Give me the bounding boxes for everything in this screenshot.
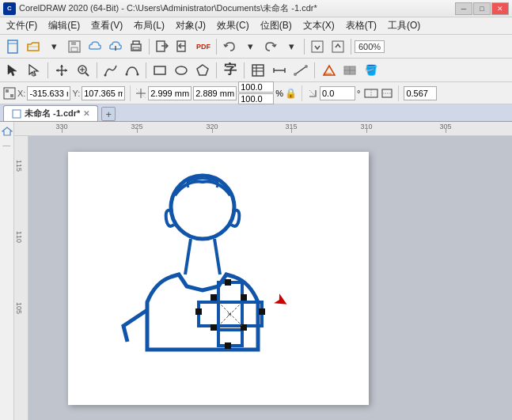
tab-bar: 未命名 -1.cdr* ✕ +: [0, 104, 512, 122]
top-ruler: 330 325 320 315 310 305: [14, 122, 512, 136]
svg-marker-30: [197, 65, 208, 75]
main-area: │ 330 325 320 315 310 305 115 110 105: [0, 122, 512, 420]
dropper-tool[interactable]: [340, 61, 359, 80]
app-icon: C: [3, 2, 16, 15]
svg-line-22: [85, 73, 89, 76]
menu-object[interactable]: 对象(J): [171, 17, 210, 34]
menu-bitmap[interactable]: 位图(B): [256, 17, 297, 34]
person-illustration: ×: [100, 160, 305, 365]
pdf-button[interactable]: PDF: [194, 37, 213, 56]
prop-sep2: [302, 85, 302, 101]
rect-tool[interactable]: [150, 61, 169, 80]
side-ruler: 115 110 105: [14, 136, 28, 420]
title-text: CorelDRAW 2020 (64-Bit) - C:\Users\Admin…: [19, 2, 455, 14]
polygon-tool[interactable]: [193, 61, 212, 80]
y-input[interactable]: [82, 86, 125, 100]
svg-point-40: [305, 65, 308, 68]
svg-rect-7: [133, 47, 139, 50]
color-bucket[interactable]: 🪣: [362, 61, 381, 80]
open-button[interactable]: [24, 37, 43, 56]
new-button[interactable]: [3, 37, 22, 56]
menu-layout[interactable]: 布局(L): [129, 17, 169, 34]
separator: [149, 39, 150, 55]
freehand-tool[interactable]: [101, 61, 120, 80]
maximize-button[interactable]: □: [473, 2, 491, 15]
pct-symbol: %: [275, 89, 283, 98]
document-tab[interactable]: 未命名 -1.cdr* ✕: [3, 105, 98, 121]
pct2-input[interactable]: [238, 93, 274, 104]
side-ruler-105: 105: [15, 302, 23, 314]
svg-rect-4: [71, 47, 78, 51]
select-tool[interactable]: [3, 61, 22, 80]
bezier-tool[interactable]: [123, 61, 142, 80]
extra-input[interactable]: [404, 86, 437, 100]
svg-rect-64: [210, 324, 217, 331]
close-button[interactable]: ✕: [491, 2, 509, 15]
connector-tool[interactable]: [291, 61, 310, 80]
menu-file[interactable]: 文件(F): [2, 17, 42, 34]
svg-rect-10: [312, 41, 323, 52]
separator3: [304, 39, 305, 55]
ruler-label: │: [3, 144, 10, 148]
lock-icon[interactable]: 🔒: [285, 88, 297, 99]
move-tool[interactable]: [52, 61, 71, 80]
svg-rect-62: [210, 294, 217, 301]
svg-marker-18: [60, 74, 63, 76]
svg-point-27: [137, 73, 139, 75]
import-button[interactable]: [153, 37, 172, 56]
menu-text[interactable]: 文本(X): [298, 17, 339, 34]
menu-view[interactable]: 查看(V): [86, 17, 127, 34]
fill-tool[interactable]: [319, 61, 338, 80]
y-field: Y:: [72, 86, 125, 100]
separator2: [216, 39, 217, 55]
dropdown-open[interactable]: ▾: [44, 37, 63, 56]
table-tool[interactable]: [248, 61, 267, 80]
svg-rect-0: [8, 40, 17, 53]
x-input[interactable]: [27, 86, 70, 100]
ellipse-tool[interactable]: [172, 61, 191, 80]
redo-button[interactable]: [261, 37, 280, 56]
svg-rect-66: [195, 308, 202, 315]
export-button[interactable]: [173, 37, 192, 56]
home-button[interactable]: [1, 125, 13, 138]
svg-rect-63: [241, 294, 247, 301]
dropdown-redo[interactable]: ▾: [282, 37, 301, 56]
undo-button[interactable]: [220, 37, 239, 56]
cloud-upload-button[interactable]: [106, 37, 125, 56]
tab-label: 未命名 -1.cdr*: [25, 108, 80, 119]
w-input[interactable]: [148, 86, 192, 100]
menu-tools[interactable]: 工具(O): [383, 17, 425, 34]
pct1-input[interactable]: [238, 81, 274, 93]
t-sep3: [146, 62, 146, 78]
nav-down-button[interactable]: [308, 37, 327, 56]
svg-rect-3: [71, 41, 76, 45]
svg-rect-46: [6, 89, 9, 93]
measure-tool[interactable]: [270, 61, 289, 80]
canvas-area[interactable]: × ➤: [28, 136, 512, 420]
h-input[interactable]: [193, 86, 237, 100]
t-sep2: [97, 62, 97, 78]
menu-effects[interactable]: 效果(C): [212, 17, 254, 34]
save-button[interactable]: [65, 37, 84, 56]
t-sep1: [47, 62, 48, 78]
cloud-save-button[interactable]: [85, 37, 104, 56]
svg-rect-67: [259, 308, 265, 315]
print-button[interactable]: [127, 37, 146, 56]
side-ruler-115: 115: [15, 160, 23, 172]
w-field: [148, 86, 192, 100]
zoom-tool[interactable]: [74, 61, 93, 80]
angle-input[interactable]: [320, 86, 355, 100]
degree-symbol: °: [357, 89, 360, 98]
dropdown-undo[interactable]: ▾: [241, 37, 260, 56]
new-tab-button[interactable]: +: [101, 107, 116, 121]
tab-close-icon[interactable]: ✕: [83, 109, 89, 118]
menu-edit[interactable]: 编辑(E): [44, 17, 85, 34]
svg-line-58: [185, 239, 191, 274]
menu-table[interactable]: 表格(T): [341, 17, 381, 34]
text-tool[interactable]: 字: [221, 61, 240, 80]
minimize-button[interactable]: ─: [455, 2, 472, 15]
node-tool[interactable]: [25, 61, 44, 80]
tools-toolbar: 字 🪣: [0, 59, 512, 82]
nav-up-button[interactable]: [328, 37, 347, 56]
svg-point-29: [176, 66, 187, 74]
